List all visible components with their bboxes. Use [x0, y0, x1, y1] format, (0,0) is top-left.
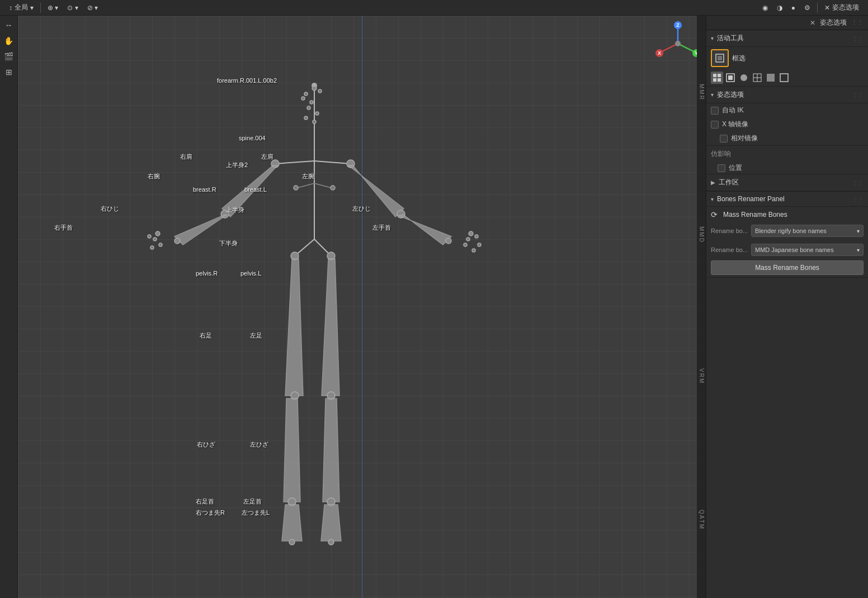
relative-mirror-label: 相对镜像: [731, 134, 758, 143]
select-tool-label: 框选: [732, 54, 746, 63]
work-area-title: 工作区: [719, 178, 739, 187]
svg-line-37: [314, 183, 331, 188]
overlay-button[interactable]: ⊘ ▾: [83, 3, 102, 13]
viewport-shading-2[interactable]: ◑: [772, 3, 787, 13]
svg-line-23: [275, 161, 314, 164]
x-mirror-row: X 轴镜像: [706, 117, 868, 131]
svg-point-20: [289, 539, 295, 545]
rename-to-dropdown[interactable]: MMD Japanese bone names ▾: [751, 244, 864, 256]
svg-point-78: [740, 74, 747, 81]
svg-marker-29: [174, 215, 227, 245]
viewport-settings[interactable]: ⚙: [800, 3, 815, 13]
select-mode-strip: [706, 69, 868, 86]
svg-point-30: [174, 238, 180, 244]
svg-point-51: [159, 243, 162, 246]
auto-ik-checkbox[interactable]: [711, 107, 719, 115]
svg-rect-82: [767, 74, 775, 82]
svg-rect-75: [718, 78, 721, 82]
mode-label: 全局: [15, 3, 28, 12]
active-tool-header[interactable]: ▾ 活动工具 ⋮⋮: [706, 30, 868, 47]
pose-options-dots: ⋮⋮: [852, 92, 864, 98]
mass-rename-button[interactable]: Mass Rename Bones: [711, 260, 864, 275]
pose-options-badge: 姿态选项: [820, 18, 847, 27]
top-toolbar: ↕ 全局 ▾ ⊕ ▾ ⊙ ▾ ⊘ ▾ ◉ ◑ ● ⚙ ✕ 姿态选项: [0, 0, 868, 16]
viewport-shading-1[interactable]: ◉: [758, 3, 772, 13]
rename-from-arrow: ▾: [857, 228, 860, 234]
svg-line-35: [298, 183, 314, 188]
bones-renamer-header[interactable]: ▾ Bones Renamer Panel ⋮⋮: [706, 192, 868, 207]
select-mode-1[interactable]: [711, 72, 723, 84]
active-tool-section: ▾ 活动工具 ⋮⋮ 框选: [706, 30, 868, 87]
edge-label-qatm[interactable]: QATM: [699, 510, 705, 530]
sidebar-grid-tool[interactable]: ⊞: [2, 65, 16, 79]
close-icon: ✕: [824, 4, 830, 12]
mass-rename-row: ⟳ Mass Rename Bones: [706, 207, 868, 222]
mass-rename-button-label: Mass Rename Bones: [755, 264, 819, 272]
svg-rect-83: [780, 74, 788, 82]
viewport-shading-3[interactable]: ●: [787, 3, 800, 13]
x-mirror-checkbox[interactable]: [711, 121, 719, 129]
proportional-button[interactable]: ⊙ ▾: [63, 3, 82, 13]
svg-point-68: [675, 41, 681, 46]
active-tool-arrow: ▾: [711, 35, 714, 41]
snap-button[interactable]: ⊕ ▾: [43, 3, 63, 13]
svg-marker-31: [348, 165, 404, 217]
svg-point-44: [307, 106, 310, 110]
svg-point-54: [466, 238, 470, 241]
toolbar-mode[interactable]: ↕ 全局 ▾: [4, 2, 38, 13]
skeleton-svg: [18, 16, 706, 598]
svg-point-42: [310, 101, 313, 104]
select-tool-icon[interactable]: [711, 49, 729, 67]
svg-line-24: [314, 161, 351, 164]
svg-marker-21: [321, 505, 341, 541]
edge-label-vrm[interactable]: VRM: [699, 368, 705, 384]
svg-marker-33: [399, 215, 451, 245]
rename-from-label: Rename bo...: [711, 227, 748, 234]
active-tool-title: 活动工具: [717, 34, 744, 43]
left-sidebar: ↔ ✋ 🎬 ⊞: [0, 16, 18, 598]
pose-options-arrow: ▾: [711, 92, 714, 98]
rename-from-dropdown[interactable]: Blender rigify bone names ▾: [751, 225, 864, 237]
svg-point-57: [478, 243, 481, 246]
svg-marker-27: [222, 165, 277, 217]
rename-from-value: Blender rigify bone names: [755, 227, 827, 234]
sidebar-camera-tool[interactable]: 🎬: [2, 49, 16, 64]
panel-close-button[interactable]: ✕: [810, 19, 815, 27]
svg-marker-13: [284, 398, 300, 502]
svg-point-58: [472, 249, 475, 252]
select-mode-5[interactable]: [765, 72, 777, 84]
toolbar-close[interactable]: ✕ 姿态选项: [820, 2, 864, 13]
select-mode-6[interactable]: [778, 72, 790, 84]
svg-point-52: [150, 246, 154, 249]
rename-to-label: Rename bo...: [711, 246, 748, 253]
viewport-gizmo[interactable]: Z Y X: [655, 21, 700, 66]
sidebar-move-tool[interactable]: ↔: [2, 18, 16, 32]
edge-label-mmr[interactable]: MMR: [699, 84, 705, 101]
sidebar-hand-tool[interactable]: ✋: [2, 34, 16, 48]
svg-point-48: [155, 231, 160, 236]
rename-to-arrow: ▾: [857, 247, 860, 253]
mode-icon: ↕: [9, 4, 12, 12]
svg-point-56: [464, 243, 467, 246]
svg-line-62: [678, 44, 695, 52]
work-area-arrow: ▶: [711, 179, 715, 186]
relative-mirror-row: 相对镜像: [706, 131, 868, 145]
pose-options-header[interactable]: ▾ 姿态选项 ⋮⋮: [706, 87, 868, 103]
relative-mirror-checkbox[interactable]: [720, 135, 728, 143]
svg-point-34: [446, 238, 451, 244]
separator-2: [817, 3, 818, 13]
svg-marker-17: [323, 398, 339, 502]
edge-label-mmd[interactable]: MMD: [699, 226, 705, 243]
svg-point-43: [301, 97, 305, 100]
work-area-section: ▶ 工作区 ⋮⋮: [706, 174, 868, 192]
select-mode-2[interactable]: [724, 72, 737, 84]
svg-point-49: [153, 238, 157, 241]
select-mode-4[interactable]: [751, 72, 763, 84]
pose-options-label: 姿态选项: [832, 3, 859, 12]
position-checkbox[interactable]: [718, 164, 725, 172]
mass-rename-icon: ⟳: [711, 210, 718, 219]
shadow-label: 仿影响: [711, 149, 731, 159]
svg-rect-77: [728, 75, 733, 80]
select-mode-3[interactable]: [738, 72, 750, 84]
work-area-header[interactable]: ▶ 工作区 ⋮⋮: [706, 174, 868, 191]
